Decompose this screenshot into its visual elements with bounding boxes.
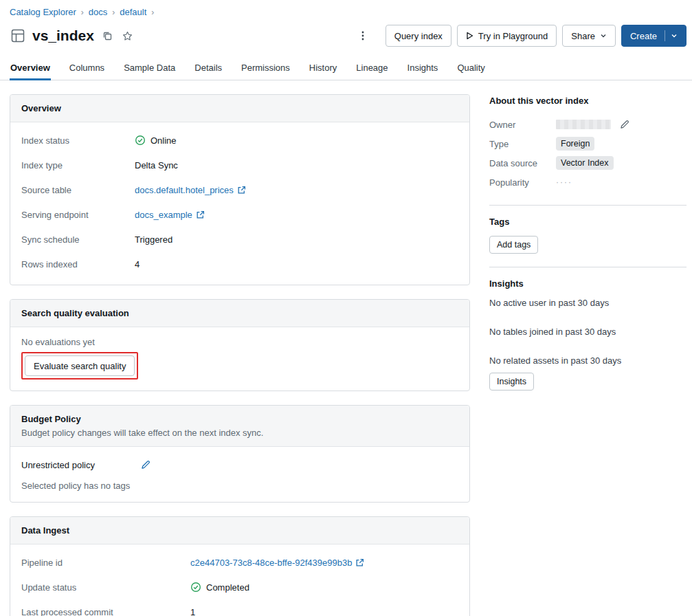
no-evaluations-text: No evaluations yet bbox=[21, 337, 458, 347]
data-source-badge: Vector Index bbox=[556, 156, 614, 170]
source-table-row: Source table docs.default.hotel_prices bbox=[21, 177, 458, 202]
last-commit-label: Last processed commit bbox=[21, 607, 190, 616]
type-badge: Foreign bbox=[556, 137, 594, 151]
source-table-value: docs.default.hotel_prices bbox=[135, 185, 246, 195]
source-table-link[interactable]: docs.default.hotel_prices bbox=[135, 185, 246, 195]
popularity-row: Popularity ···· bbox=[489, 173, 687, 192]
index-type-label: Index type bbox=[21, 160, 135, 170]
tab-overview[interactable]: Overview bbox=[10, 58, 51, 80]
evaluate-search-quality-button[interactable]: Evaluate search quality bbox=[25, 355, 135, 376]
serving-endpoint-link[interactable]: docs_example bbox=[135, 210, 205, 220]
data-ingest-card-header: Data Ingest bbox=[10, 517, 469, 544]
update-status-label: Update status bbox=[21, 582, 190, 593]
last-commit-row: Last processed commit 1 bbox=[21, 600, 458, 616]
tab-bar: Overview Columns Sample Data Details Per… bbox=[0, 58, 692, 80]
rows-indexed-row: Rows indexed 4 bbox=[21, 252, 458, 276]
title-group: vs_index bbox=[10, 18, 135, 54]
data-source-label: Data source bbox=[489, 158, 556, 168]
edit-policy-pencil-icon[interactable] bbox=[139, 458, 153, 472]
insight-line: No related assets in past 30 days bbox=[489, 355, 687, 366]
title-row: vs_index Query index bbox=[10, 23, 687, 48]
create-button-divider bbox=[665, 30, 665, 41]
type-label: Type bbox=[489, 139, 556, 149]
popularity-label: Popularity bbox=[489, 177, 556, 188]
breadcrumb: Catalog Explorer › docs › default › bbox=[10, 7, 687, 17]
breadcrumb-separator: › bbox=[81, 8, 84, 16]
update-status-row: Update status Completed bbox=[21, 575, 458, 600]
breadcrumb-default[interactable]: default bbox=[120, 7, 146, 17]
chevron-down-icon bbox=[600, 32, 607, 39]
overview-card-body: Index status Online Index type Delta Syn… bbox=[10, 122, 469, 285]
budget-policy-subtitle: Budget policy changes will take effect o… bbox=[21, 428, 458, 438]
index-status-text: Online bbox=[150, 135, 177, 146]
pipeline-id-value: c2e44703-73c8-48ce-bffe-92f439e99b3b bbox=[190, 558, 364, 568]
sidebar-divider bbox=[489, 205, 687, 206]
overview-card-header: Overview bbox=[10, 95, 469, 122]
copy-name-icon[interactable] bbox=[100, 29, 114, 43]
source-table-text: docs.default.hotel_prices bbox=[135, 185, 234, 195]
sync-schedule-label: Sync schedule bbox=[21, 234, 135, 245]
policy-name-text: Unrestricted policy bbox=[21, 460, 95, 470]
status-completed-check-icon bbox=[190, 582, 201, 593]
breadcrumb-separator: › bbox=[151, 8, 154, 16]
breadcrumb-catalog-explorer[interactable]: Catalog Explorer bbox=[10, 7, 76, 17]
last-commit-value: 1 bbox=[190, 607, 195, 616]
playground-label: Try in Playground bbox=[478, 31, 548, 41]
external-link-icon bbox=[355, 558, 364, 567]
tab-quality[interactable]: Quality bbox=[456, 58, 485, 80]
main-column: Overview Index status Online Ind bbox=[10, 94, 470, 616]
header-actions: Query index Try in Playground Share Crea… bbox=[351, 25, 687, 47]
card-title: Budget Policy bbox=[21, 414, 458, 424]
data-source-row: Data source Vector Index bbox=[489, 153, 687, 173]
data-source-value: Vector Index bbox=[556, 156, 614, 170]
index-status-label: Index status bbox=[21, 135, 135, 146]
tab-insights[interactable]: Insights bbox=[407, 58, 439, 80]
add-tags-button[interactable]: Add tags bbox=[489, 236, 538, 254]
sync-schedule-value: Triggered bbox=[135, 234, 172, 245]
card-title: Search quality evaluation bbox=[21, 308, 458, 318]
index-status-value: Online bbox=[135, 135, 177, 146]
insight-line: No active user in past 30 days bbox=[489, 298, 687, 308]
overview-card: Overview Index status Online Ind bbox=[10, 94, 470, 285]
pipeline-id-link[interactable]: c2e44703-73c8-48ce-bffe-92f439e99b3b bbox=[190, 558, 364, 568]
favorite-star-icon[interactable] bbox=[120, 29, 135, 43]
card-title: Data Ingest bbox=[21, 525, 458, 536]
sidebar-divider bbox=[489, 267, 687, 267]
kebab-menu-icon[interactable] bbox=[351, 28, 375, 44]
tab-permissions[interactable]: Permissions bbox=[241, 58, 291, 80]
popularity-placeholder: ···· bbox=[556, 177, 572, 187]
update-status-text: Completed bbox=[206, 582, 249, 593]
edit-owner-pencil-icon[interactable] bbox=[618, 118, 632, 131]
tab-columns[interactable]: Columns bbox=[69, 58, 105, 80]
breadcrumb-docs[interactable]: docs bbox=[89, 7, 107, 17]
popularity-value: ···· bbox=[556, 177, 572, 187]
source-table-label: Source table bbox=[21, 185, 135, 195]
query-index-button[interactable]: Query index bbox=[386, 25, 451, 47]
share-button[interactable]: Share bbox=[562, 25, 616, 47]
try-in-playground-button[interactable]: Try in Playground bbox=[457, 25, 557, 47]
insights-button[interactable]: Insights bbox=[489, 373, 534, 390]
search-quality-card-header: Search quality evaluation bbox=[10, 300, 469, 327]
vector-index-icon bbox=[10, 28, 26, 44]
data-ingest-card-body: Pipeline id c2e44703-73c8-48ce-bffe-92f4… bbox=[10, 544, 469, 616]
search-quality-card-body: No evaluations yet Evaluate search quali… bbox=[10, 327, 469, 390]
tab-details[interactable]: Details bbox=[194, 58, 223, 80]
pipeline-id-row: Pipeline id c2e44703-73c8-48ce-bffe-92f4… bbox=[21, 550, 458, 575]
tags-title: Tags bbox=[489, 217, 687, 227]
tab-lineage[interactable]: Lineage bbox=[355, 58, 388, 80]
sync-schedule-row: Sync schedule Triggered bbox=[21, 227, 458, 252]
create-button[interactable]: Create bbox=[621, 25, 687, 47]
insights-title: Insights bbox=[489, 278, 687, 289]
type-row: Type Foreign bbox=[489, 134, 687, 153]
page-title: vs_index bbox=[32, 28, 94, 44]
policy-tags-text: Selected policy has no tags bbox=[21, 481, 458, 494]
budget-policy-card-body: Unrestricted policy Selected policy has … bbox=[10, 447, 469, 502]
status-online-check-icon bbox=[135, 135, 146, 146]
data-ingest-card: Data Ingest Pipeline id c2e44703-73c8-48… bbox=[10, 516, 470, 616]
tab-history[interactable]: History bbox=[309, 58, 337, 80]
details-sidebar: About this vector index Owner Type Forei… bbox=[489, 94, 687, 390]
owner-row: Owner bbox=[489, 115, 687, 134]
tab-sample-data[interactable]: Sample Data bbox=[123, 58, 176, 80]
breadcrumb-separator: › bbox=[112, 8, 115, 16]
owner-value bbox=[556, 118, 632, 131]
